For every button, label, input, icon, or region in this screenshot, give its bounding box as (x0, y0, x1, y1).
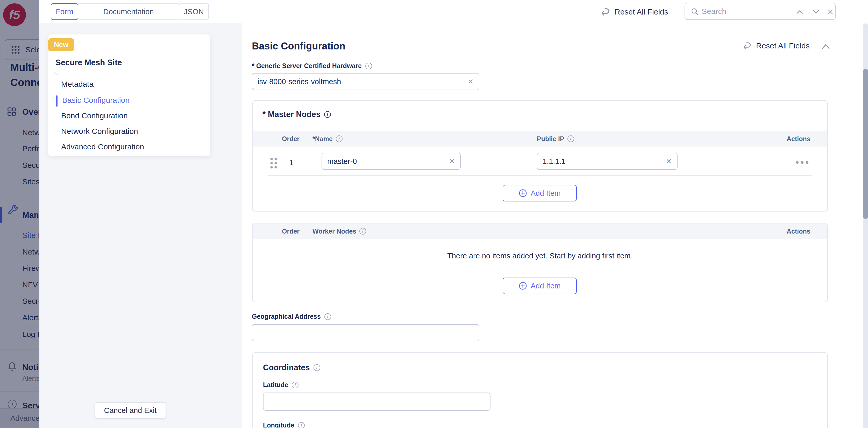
latitude-input-wrap (263, 393, 491, 410)
hardware-input-wrap: ✕ (252, 73, 479, 90)
column-public-ip: Public IP i (537, 131, 574, 146)
reset-all-fields-button[interactable]: Reset All Fields (600, 7, 668, 17)
master-nodes-title: * Master Nodes (262, 110, 320, 119)
hardware-input[interactable] (252, 77, 468, 86)
worker-add-item-button[interactable]: Add Item (503, 277, 577, 294)
column-order-label: Order (282, 228, 300, 235)
column-worker-nodes: Worker Nodes i (312, 224, 366, 239)
hardware-label: * Generic Server Certified Hardware (252, 62, 362, 70)
info-icon[interactable]: i (313, 364, 320, 371)
geo-address-input[interactable] (252, 329, 479, 337)
search-divider (790, 7, 790, 16)
column-order: Order (282, 131, 300, 146)
search-input[interactable] (702, 3, 779, 20)
info-icon[interactable]: i (292, 382, 299, 388)
plus-circle-icon (519, 189, 527, 197)
form-reset-label: Reset All Fields (756, 41, 810, 50)
info-icon[interactable]: i (336, 135, 343, 142)
wizard-panel (48, 34, 210, 156)
modal-dim-overlay (0, 0, 39, 428)
column-worker-nodes-label: Worker Nodes (312, 228, 356, 235)
active-step-indicator (56, 95, 58, 107)
new-badge: New (48, 38, 74, 51)
latitude-label: Latitude (263, 381, 288, 389)
node-ip-input-wrap: ✕ (537, 153, 678, 170)
column-actions-label: Actions (787, 228, 810, 235)
search-icon (691, 7, 699, 16)
plus-circle-icon (519, 282, 527, 290)
tab-documentation[interactable]: Documentation (78, 3, 179, 20)
latitude-input[interactable] (264, 397, 490, 406)
step-bond-configuration[interactable]: Bond Configuration (61, 111, 128, 120)
geo-address-label-row: Geographical Address i (252, 313, 331, 320)
info-icon[interactable]: i (567, 135, 574, 142)
coordinates-title-row: Coordinates i (263, 363, 320, 372)
column-order-label: Order (282, 135, 300, 143)
step-network-configuration[interactable]: Network Configuration (61, 127, 138, 136)
hardware-label-row: * Generic Server Certified Hardware i (252, 62, 372, 70)
column-actions-label: Actions (787, 135, 810, 143)
info-icon[interactable]: i (324, 111, 331, 118)
row-divider (253, 272, 827, 272)
collapse-section-icon[interactable] (821, 43, 831, 50)
worker-nodes-empty-text: There are no items added yet. Start by a… (252, 252, 828, 260)
info-icon[interactable]: i (324, 313, 331, 320)
coordinates-card (252, 352, 828, 428)
column-actions: Actions (787, 224, 810, 239)
node-name-input[interactable] (322, 157, 449, 166)
add-item-label: Add Item (531, 189, 561, 198)
column-name: *Name i (312, 131, 343, 146)
add-item-label: Add Item (531, 282, 561, 290)
info-icon[interactable]: i (365, 63, 372, 69)
node-name-input-wrap: ✕ (321, 153, 461, 170)
scrollbar-thumb[interactable] (863, 69, 868, 219)
row-actions-menu-icon[interactable] (795, 160, 809, 165)
column-order: Order (282, 224, 300, 239)
latitude-label-row: Latitude i (263, 381, 299, 389)
search-box (685, 3, 836, 20)
geo-address-input-wrap (252, 324, 479, 341)
column-actions: Actions (787, 131, 810, 146)
reset-icon (600, 7, 611, 17)
info-icon[interactable]: i (360, 228, 366, 235)
column-public-ip-label: Public IP (537, 135, 564, 143)
master-add-item-button[interactable]: Add Item (503, 185, 577, 201)
longitude-label: Longitude (263, 422, 294, 428)
clear-icon[interactable]: ✕ (468, 77, 479, 86)
tab-form[interactable]: Form (51, 3, 78, 20)
step-basic-configuration[interactable]: Basic Configuration (62, 96, 129, 105)
node-ip-input[interactable] (537, 157, 666, 166)
clear-icon[interactable]: ✕ (449, 157, 460, 166)
clear-icon[interactable]: ✕ (666, 157, 677, 166)
step-advanced-configuration[interactable]: Advanced Configuration (61, 142, 144, 151)
form-reset-all-fields-button[interactable]: Reset All Fields (742, 41, 810, 51)
chevron-up-icon[interactable] (796, 9, 804, 15)
drag-handle-icon[interactable] (269, 156, 278, 170)
wizard-divider (48, 73, 210, 73)
geo-address-label: Geographical Address (252, 313, 321, 320)
cancel-and-exit-button[interactable]: Cancel and Exit (95, 402, 166, 419)
wizard-title: Secure Mesh Site (56, 58, 122, 67)
coordinates-title: Coordinates (263, 363, 310, 372)
master-nodes-title-row: * Master Nodes i (262, 110, 331, 119)
row-divider (268, 175, 812, 176)
chevron-down-icon[interactable] (812, 9, 820, 15)
close-icon[interactable] (827, 8, 834, 15)
info-icon[interactable]: i (298, 422, 305, 428)
section-title: Basic Configuration (252, 41, 345, 52)
reset-all-fields-label: Reset All Fields (615, 7, 668, 16)
step-metadata[interactable]: Metadata (61, 80, 94, 89)
tab-json[interactable]: JSON (179, 3, 209, 20)
longitude-label-row: Longitude i (263, 422, 305, 428)
reset-icon (742, 41, 752, 51)
column-name-label: *Name (312, 135, 333, 143)
row-order-value: 1 (289, 159, 293, 167)
